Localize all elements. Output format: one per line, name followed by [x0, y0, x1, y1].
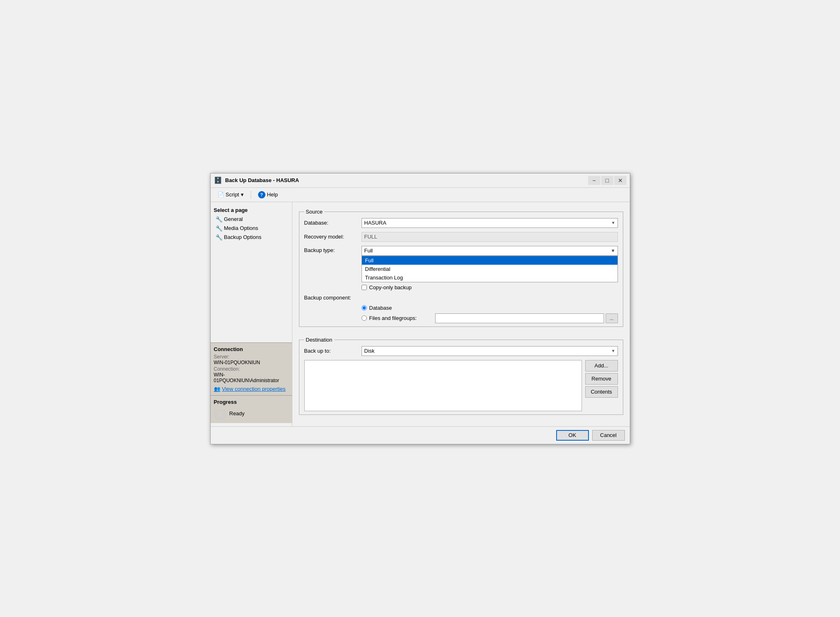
spinner-inner [216, 410, 224, 418]
recovery-model-row: Recovery model: [304, 232, 618, 242]
backup-to-select[interactable]: Disk URL [362, 346, 618, 356]
destination-list[interactable] [304, 360, 582, 411]
backup-type-chevron: ▼ [611, 248, 615, 253]
contents-button[interactable]: Contents [585, 386, 618, 398]
sidebar-item-label-media-options: Media Options [224, 225, 258, 231]
toolbar: 📄 Script ▾ ? Help [211, 188, 630, 202]
database-radio-label[interactable]: Database [362, 305, 392, 311]
copy-only-label: Copy-only backup [369, 284, 412, 290]
backup-type-option-transaction-log[interactable]: Transaction Log [362, 273, 618, 282]
backup-to-row: Back up to: Disk URL [304, 346, 618, 356]
backup-component-label: Backup component: [304, 295, 362, 301]
content-area: Source Database: HASURA Recovery model: [292, 202, 630, 426]
database-control: HASURA [362, 218, 618, 228]
connection-value: WIN-01PQUOKNIUN\Administrator [214, 372, 289, 383]
view-connection-properties-label: View connection properties [222, 386, 286, 392]
connection-section: Connection Server: WIN-01PQUOKNIUN Conne… [211, 342, 292, 395]
title-bar: 🗄️ Back Up Database - HASURA − □ ✕ [211, 173, 630, 188]
progress-status: Ready [229, 410, 245, 417]
source-legend: Source [304, 209, 324, 215]
cancel-button[interactable]: Cancel [592, 430, 625, 441]
source-fieldset: Source Database: HASURA Recovery model: [299, 209, 623, 327]
sidebar-item-label-general: General [224, 216, 243, 222]
minimize-button[interactable]: − [588, 176, 600, 185]
window-controls: − □ ✕ [588, 176, 627, 185]
database-radio-text: Database [369, 305, 392, 311]
connection-properties-icon: 👥 [214, 386, 220, 392]
backup-type-option-full[interactable]: Full [362, 256, 618, 265]
connection-title: Connection [214, 346, 289, 352]
sidebar-item-backup-options[interactable]: 🔧 Backup Options [211, 233, 292, 242]
recovery-model-input [362, 232, 618, 242]
window-icon: 🗄️ [214, 176, 222, 184]
help-label: Help [267, 191, 278, 198]
script-button[interactable]: 📄 Script ▾ [214, 190, 247, 199]
destination-fieldset: Destination Back up to: Disk URL [299, 337, 623, 415]
database-row: Database: HASURA [304, 218, 618, 228]
help-button[interactable]: ? Help [254, 189, 282, 200]
files-input[interactable] [435, 313, 604, 323]
recovery-model-control [362, 232, 618, 242]
backup-type-row: Backup type: Full ▼ Full Differential [304, 246, 618, 256]
backup-to-control: Disk URL [362, 346, 618, 356]
database-label: Database: [304, 220, 362, 226]
files-radio-label[interactable]: Files and filegroups: [362, 315, 435, 321]
progress-spinner [214, 408, 226, 420]
radio-group: Database Files and filegroups: ... [362, 305, 618, 323]
backup-type-select-wrapper: Full ▼ [362, 246, 618, 256]
sidebar-item-general[interactable]: 🔧 General [211, 215, 292, 224]
copy-only-row: Copy-only backup [362, 284, 618, 290]
files-browse-button[interactable]: ... [606, 313, 618, 323]
script-label: Script [226, 191, 239, 198]
progress-section: Progress Ready [211, 395, 292, 423]
toolbar-separator [251, 191, 251, 199]
destination-buttons: Add... Remove Contents [585, 360, 618, 398]
help-icon: ? [258, 191, 265, 198]
progress-title: Progress [214, 399, 289, 405]
backup-to-select-wrapper: Disk URL [362, 346, 618, 356]
server-label: Server: [214, 354, 289, 360]
progress-area: Ready [214, 408, 289, 420]
close-button[interactable]: ✕ [614, 176, 627, 185]
backup-type-dropdown: Full Differential Transaction Log [362, 256, 618, 282]
connection-label: Connection: [214, 366, 289, 372]
sidebar-item-label-backup-options: Backup Options [224, 234, 262, 240]
database-radio-row: Database [362, 305, 618, 311]
general-icon: 🔧 [216, 216, 222, 223]
database-select-wrapper: HASURA [362, 218, 618, 228]
backup-type-display[interactable]: Full ▼ [362, 246, 618, 256]
media-options-icon: 🔧 [216, 225, 222, 232]
database-radio[interactable] [362, 305, 367, 311]
main-content: Select a page 🔧 General 🔧 Media Options … [211, 202, 630, 426]
destination-legend: Destination [304, 337, 334, 343]
backup-component-label-row: Backup component: [304, 295, 618, 301]
database-select[interactable]: HASURA [362, 218, 618, 228]
files-radio-text: Files and filegroups: [369, 315, 417, 321]
sidebar-spacer [211, 242, 292, 342]
files-radio[interactable] [362, 315, 367, 321]
select-page-header: Select a page [211, 205, 292, 215]
main-window: 🗄️ Back Up Database - HASURA − □ ✕ 📄 Scr… [210, 173, 630, 444]
recovery-model-label: Recovery model: [304, 234, 362, 240]
files-row: Files and filegroups: ... [362, 313, 618, 323]
remove-button[interactable]: Remove [585, 373, 618, 385]
backup-type-label: Backup type: [304, 246, 362, 253]
script-dropdown-arrow: ▾ [241, 191, 244, 198]
backup-options-icon: 🔧 [216, 234, 222, 241]
ok-button[interactable]: OK [556, 430, 589, 441]
server-value: WIN-01PQUOKNIUN [214, 360, 289, 365]
window-title: Back Up Database - HASURA [225, 177, 585, 183]
backup-type-value: Full [364, 248, 611, 254]
bottom-bar: OK Cancel [211, 426, 630, 444]
copy-only-checkbox[interactable] [362, 285, 367, 290]
maximize-button[interactable]: □ [601, 176, 613, 185]
view-connection-properties-link[interactable]: 👥 View connection properties [214, 386, 289, 392]
backup-type-option-differential[interactable]: Differential [362, 265, 618, 273]
sidebar: Select a page 🔧 General 🔧 Media Options … [211, 202, 292, 426]
add-button[interactable]: Add... [585, 360, 618, 372]
script-icon: 📄 [218, 191, 224, 198]
backup-type-control: Full ▼ Full Differential Transaction Log [362, 246, 618, 256]
sidebar-item-media-options[interactable]: 🔧 Media Options [211, 224, 292, 233]
destination-list-row: Add... Remove Contents [304, 360, 618, 411]
backup-to-label: Back up to: [304, 348, 362, 354]
